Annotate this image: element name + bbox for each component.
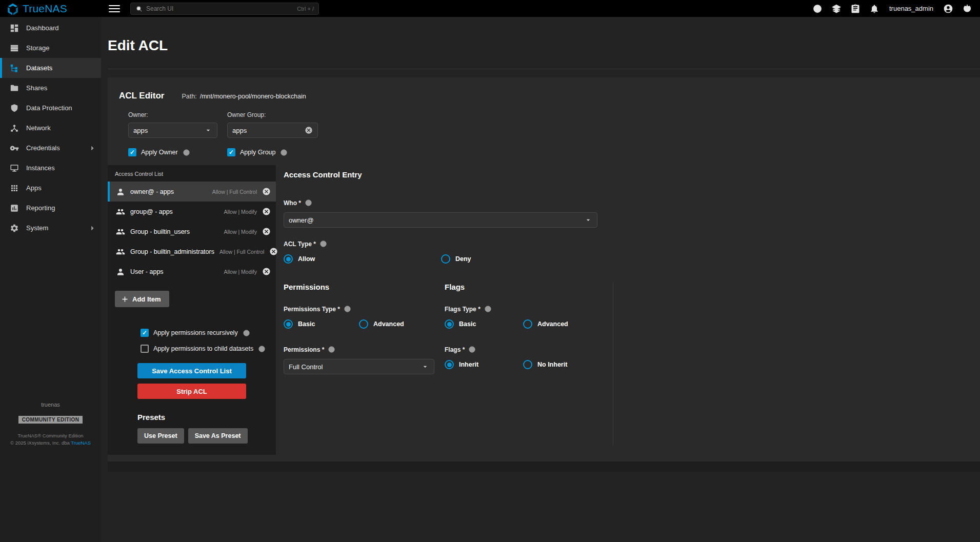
acl-entry-row-builtin-administrators[interactable]: Group - builtin_administrators Allow | F… bbox=[108, 242, 276, 262]
save-acl-button[interactable]: Save Access Control List bbox=[137, 363, 246, 378]
strip-acl-button[interactable]: Strip ACL bbox=[137, 384, 246, 399]
help-icon[interactable] bbox=[183, 149, 190, 156]
help-icon[interactable] bbox=[328, 346, 335, 353]
radio-inherit-label: Inherit bbox=[459, 361, 478, 368]
help-icon[interactable] bbox=[344, 305, 351, 313]
brand-name: TrueNAS bbox=[23, 3, 67, 15]
edition-text: TrueNAS® Community Edition bbox=[0, 432, 101, 439]
flags-value-label: Flags * bbox=[445, 346, 613, 353]
help-icon[interactable] bbox=[243, 329, 250, 337]
acl-entry-row-user-apps[interactable]: User - apps Allow | Modify bbox=[108, 262, 276, 282]
running-jobs-icon[interactable] bbox=[850, 4, 861, 14]
delete-entry-icon[interactable] bbox=[262, 207, 271, 216]
owner-group-value: apps bbox=[232, 127, 305, 134]
access-control-list-panel: Access Control List owner@ - apps Allow … bbox=[108, 165, 276, 455]
radio-flags-advanced[interactable]: Advanced bbox=[523, 319, 568, 329]
group-icon bbox=[116, 247, 125, 256]
power-icon[interactable] bbox=[962, 4, 972, 14]
sidebar-item-label: System bbox=[26, 224, 48, 232]
acl-entry-permission: Allow | Full Control bbox=[212, 189, 257, 195]
use-preset-button[interactable]: Use Preset bbox=[137, 428, 184, 444]
person-icon bbox=[116, 267, 125, 276]
menu-toggle-icon[interactable] bbox=[109, 5, 120, 12]
sidebar-item-reporting[interactable]: Reporting bbox=[0, 198, 101, 218]
help-icon[interactable] bbox=[258, 345, 266, 353]
owner-group-input[interactable]: apps bbox=[227, 123, 318, 138]
acl-entry-row-builtin-users[interactable]: Group - builtin_users Allow | Modify bbox=[108, 222, 276, 242]
who-select[interactable]: owner@ bbox=[284, 212, 597, 228]
radio-permissions-basic[interactable]: Basic bbox=[284, 319, 359, 329]
path-label: Path: bbox=[182, 93, 196, 100]
radio-flags-basic[interactable]: Basic bbox=[445, 319, 523, 329]
sidebar-item-label: Datasets bbox=[26, 64, 52, 72]
radio-permissions-advanced[interactable]: Advanced bbox=[359, 319, 404, 329]
help-icon[interactable] bbox=[468, 346, 476, 353]
acl-entry-permission: Allow | Modify bbox=[224, 269, 257, 275]
feedback-icon[interactable] bbox=[812, 4, 823, 14]
sidebar-item-network[interactable]: Network bbox=[0, 118, 101, 138]
radio-unselected-icon bbox=[523, 360, 532, 369]
radio-inherit[interactable]: Inherit bbox=[445, 360, 523, 369]
acl-entry-who: Group - builtin_users bbox=[130, 228, 190, 235]
flags-type-label: Flags Type * bbox=[445, 305, 613, 313]
copyright-brand-link[interactable]: TrueNAS bbox=[71, 440, 91, 446]
owner-select[interactable]: apps bbox=[128, 123, 217, 138]
sidebar-item-apps[interactable]: Apps bbox=[0, 178, 101, 198]
radio-allow-label: Allow bbox=[298, 255, 315, 263]
acl-entry-row-owner[interactable]: owner@ - apps Allow | Full Control bbox=[108, 182, 276, 202]
access-control-entry-panel: Access Control Entry Who * owner@ ACL Ty… bbox=[276, 165, 980, 461]
radio-allow[interactable]: Allow bbox=[284, 254, 441, 264]
sidebar-item-system[interactable]: System bbox=[0, 218, 101, 238]
shield-icon bbox=[10, 104, 19, 113]
user-menu-icon[interactable] bbox=[943, 4, 953, 14]
delete-entry-icon[interactable] bbox=[262, 187, 271, 196]
apply-recursively-checkbox[interactable]: Apply permissions recursively bbox=[141, 329, 276, 337]
monitor-icon bbox=[10, 164, 19, 173]
help-icon[interactable] bbox=[305, 199, 312, 207]
sidebar-item-datasets[interactable]: Datasets bbox=[0, 58, 101, 78]
search-input[interactable] bbox=[146, 5, 293, 12]
sidebar-item-credentials[interactable]: Credentials bbox=[0, 138, 101, 158]
sidebar-item-label: Apps bbox=[26, 184, 42, 192]
acl-entry-permission: Allow | Modify bbox=[224, 209, 257, 215]
plus-icon bbox=[121, 295, 129, 304]
sidebar-item-instances[interactable]: Instances bbox=[0, 158, 101, 178]
owner-group-label: Owner Group: bbox=[227, 111, 266, 118]
owner-select-value: apps bbox=[133, 127, 204, 134]
acl-entry-who: owner@ - apps bbox=[130, 188, 174, 195]
sidebar-item-storage[interactable]: Storage bbox=[0, 38, 101, 58]
delete-entry-icon[interactable] bbox=[262, 267, 271, 276]
radio-basic-label: Basic bbox=[459, 320, 476, 328]
delete-entry-icon[interactable] bbox=[262, 227, 271, 236]
checkbox-checked-icon bbox=[141, 329, 149, 337]
sidebar-item-data-protection[interactable]: Data Protection bbox=[0, 98, 101, 118]
radio-selected-icon bbox=[284, 319, 293, 329]
alerts-bell-icon[interactable] bbox=[869, 4, 879, 14]
brand[interactable]: TrueNAS bbox=[0, 3, 101, 15]
clear-field-icon[interactable] bbox=[305, 126, 313, 134]
save-as-preset-button[interactable]: Save As Preset bbox=[188, 428, 248, 444]
permissions-select[interactable]: Full Control bbox=[284, 359, 434, 374]
radio-no-inherit[interactable]: No Inherit bbox=[523, 360, 567, 369]
sidebar-item-shares[interactable]: Shares bbox=[0, 78, 101, 98]
acl-entry-row-group[interactable]: group@ - apps Allow | Modify bbox=[108, 202, 276, 222]
add-item-button[interactable]: Add Item bbox=[115, 291, 169, 307]
jobs-icon[interactable] bbox=[831, 4, 842, 14]
top-bar: TrueNAS Ctrl + / truenas_admin bbox=[0, 0, 980, 17]
apply-group-checkbox[interactable]: Apply Group bbox=[227, 148, 288, 156]
acl-list-title: Access Control List bbox=[108, 165, 276, 182]
help-icon[interactable] bbox=[319, 240, 327, 248]
apply-owner-checkbox[interactable]: Apply Owner bbox=[128, 148, 227, 156]
sidebar-item-dashboard[interactable]: Dashboard bbox=[0, 18, 101, 38]
global-search[interactable]: Ctrl + / bbox=[130, 3, 319, 15]
search-icon bbox=[135, 5, 143, 12]
help-icon[interactable] bbox=[484, 305, 492, 313]
radio-selected-icon bbox=[284, 254, 293, 264]
radio-basic-label: Basic bbox=[298, 320, 315, 328]
radio-deny[interactable]: Deny bbox=[441, 254, 471, 264]
help-icon[interactable] bbox=[280, 149, 288, 156]
shares-folder-icon bbox=[10, 84, 19, 93]
who-select-value: owner@ bbox=[289, 216, 584, 224]
network-icon bbox=[10, 124, 19, 133]
apply-child-datasets-checkbox[interactable]: Apply permissions to child datasets bbox=[141, 345, 276, 353]
